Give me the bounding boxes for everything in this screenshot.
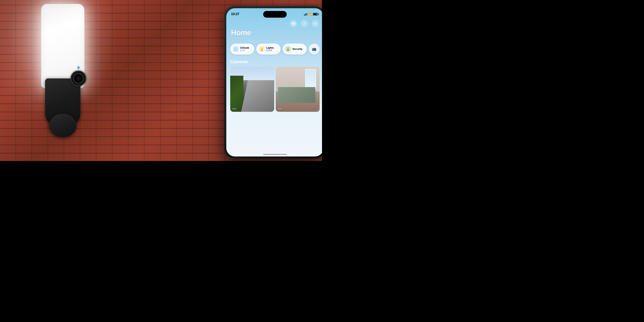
iphone-screen: 10:27 📶 (226, 8, 322, 156)
cameras-section: Cameras › now (230, 59, 320, 112)
camera-lens (70, 70, 86, 86)
more-options-button[interactable]: ••• (312, 20, 319, 27)
add-button[interactable]: + (301, 20, 308, 27)
camera-feeds: now now (230, 67, 320, 112)
outdoor-timestamp: now (232, 108, 236, 110)
security-chip-text: Security (292, 48, 302, 50)
lights-icon: 💡 (259, 46, 264, 52)
quick-access-chips: ❄️ Climate 17.0° 💡 Lights All Off 🔒 Secu… (230, 44, 320, 54)
lights-chip-text: Lights All Off (266, 46, 274, 52)
battery-icon (313, 13, 319, 16)
home-title: Home (231, 29, 319, 37)
lights-sublabel: All Off (266, 49, 274, 52)
signal-icon (304, 13, 308, 16)
lights-chip[interactable]: 💡 Lights All Off (256, 44, 280, 54)
indoor-scene (276, 67, 320, 112)
security-camera-device (30, 4, 96, 145)
climate-sublabel: 17.0° (240, 49, 249, 52)
cameras-chevron-icon: › (249, 60, 250, 64)
outdoor-camera-feed[interactable]: now (230, 67, 274, 112)
camera-lens-inner (74, 74, 83, 83)
iphone-frame: 10:27 📶 (224, 6, 322, 159)
camera-wall-mount (49, 114, 76, 137)
waveform-button[interactable] (290, 20, 297, 27)
lights-label: Lights (266, 46, 274, 50)
cameras-header: Cameras › (230, 59, 320, 64)
climate-chip[interactable]: ❄️ Climate 17.0° (230, 44, 254, 54)
led-indicator (78, 67, 80, 69)
indoor-camera-feed[interactable]: now (276, 67, 320, 112)
media-chip[interactable]: 📺 (309, 44, 320, 54)
climate-icon: ❄️ (233, 46, 238, 52)
dynamic-island (263, 11, 287, 18)
media-icon: 📺 (312, 47, 316, 51)
climate-chip-text: Climate 17.0° (240, 46, 249, 52)
header-icons: + ••• (231, 20, 319, 27)
indoor-timestamp: now (278, 108, 282, 110)
security-chip[interactable]: 🔒 Security (282, 44, 307, 54)
app-header: + ••• Home (231, 20, 319, 37)
waveform-icon (291, 22, 296, 25)
wifi-icon: 📶 (309, 13, 312, 16)
cameras-title: Cameras (230, 59, 248, 64)
home-indicator (263, 154, 287, 155)
climate-label: Climate (240, 46, 249, 50)
security-icon: 🔒 (285, 46, 291, 52)
security-label: Security (292, 48, 302, 50)
status-icons: 📶 (304, 13, 319, 16)
status-time: 10:27 (231, 12, 239, 16)
outdoor-scene (230, 67, 274, 112)
